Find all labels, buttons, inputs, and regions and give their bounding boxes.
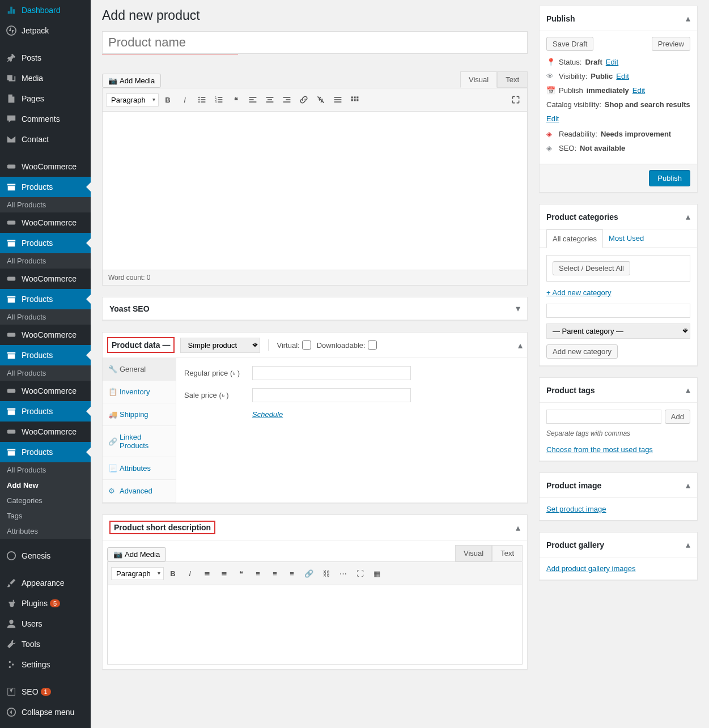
align-right-icon[interactable]: ≡ — [284, 565, 300, 581]
edit-status-link[interactable]: Edit — [606, 58, 618, 66]
sidebar-users[interactable]: Users — [0, 614, 91, 634]
set-product-image-link[interactable]: Set product image — [546, 505, 606, 513]
fullscreen-icon[interactable]: ⛶ — [352, 565, 368, 581]
link-icon[interactable]: 🔗 — [301, 565, 317, 581]
unlink-icon[interactable]: ⛓ — [318, 565, 334, 581]
bold-icon[interactable]: B — [160, 92, 176, 108]
sidebar-pages[interactable]: Pages — [0, 88, 91, 109]
text-tab-2[interactable]: Text — [492, 545, 523, 561]
virtual-checkbox[interactable] — [302, 340, 311, 350]
quote-icon[interactable]: ❝ — [233, 565, 249, 581]
sidebar-collapse[interactable]: Collapse menu — [0, 702, 91, 722]
select-deselect-button[interactable]: Select / Deselect All — [553, 261, 630, 275]
align-left-icon[interactable] — [245, 92, 261, 108]
sidebar-posts[interactable]: Posts — [0, 48, 91, 68]
save-draft-button[interactable]: Save Draft — [546, 37, 593, 51]
sidebar-comments[interactable]: Comments — [0, 109, 91, 129]
short-desc-content[interactable] — [107, 585, 523, 665]
product-gallery-header[interactable]: Product gallery▴ — [540, 533, 697, 557]
choose-tags-link[interactable]: Choose from the most used tags — [546, 445, 690, 454]
product-type-select[interactable]: Simple product — [180, 338, 260, 353]
sidebar-plugins[interactable]: Plugins5 — [0, 593, 91, 614]
ol-icon[interactable]: ≣ — [216, 565, 232, 581]
sub-all-products-1[interactable]: All Products — [0, 197, 91, 212]
sub-all-products-3[interactable]: All Products — [0, 309, 91, 325]
add-tag-button[interactable]: Add — [665, 410, 690, 424]
downloadable-option[interactable]: Downloadable: — [317, 340, 377, 350]
editor-content[interactable] — [102, 112, 528, 270]
sidebar-jetpack[interactable]: Jetpack — [0, 20, 91, 41]
yoast-panel-header[interactable]: Yoast SEO ▾ — [103, 297, 527, 320]
sub-all-products-2[interactable]: All Products — [0, 253, 91, 269]
text-tab[interactable]: Text — [497, 71, 528, 88]
more-icon[interactable]: ⋯ — [335, 565, 351, 581]
tab-general[interactable]: 🔧General — [103, 358, 176, 381]
add-media-button-2[interactable]: 📷Add Media — [107, 547, 166, 561]
downloadable-checkbox[interactable] — [368, 340, 377, 350]
sidebar-woocommerce-3[interactable]: WooCommerce — [0, 269, 91, 289]
tab-linked[interactable]: 🔗Linked Products — [103, 426, 176, 457]
sub-tags[interactable]: Tags — [0, 508, 91, 523]
italic-icon[interactable]: I — [177, 92, 193, 108]
short-desc-header[interactable]: Product short description ▴ — [103, 515, 527, 540]
align-center-icon[interactable]: ≡ — [267, 565, 283, 581]
edit-visibility-link[interactable]: Edit — [616, 72, 629, 80]
sidebar-woocommerce-5[interactable]: WooCommerce — [0, 381, 91, 401]
align-right-icon[interactable] — [279, 92, 295, 108]
categories-header[interactable]: Product categories▴ — [540, 205, 697, 229]
sub-add-new[interactable]: Add New — [0, 478, 91, 493]
product-image-header[interactable]: Product image▴ — [540, 473, 697, 498]
sidebar-products-5[interactable]: Products — [0, 401, 91, 422]
regular-price-input[interactable] — [252, 366, 411, 380]
add-media-button[interactable]: 📷Add Media — [102, 74, 161, 88]
ol-icon[interactable]: 123 — [211, 92, 227, 108]
cat-tab-most-used[interactable]: Most Used — [603, 229, 649, 248]
sidebar-genesis[interactable]: Genesis — [0, 546, 91, 566]
italic-icon[interactable]: I — [182, 565, 198, 581]
align-left-icon[interactable]: ≡ — [250, 565, 266, 581]
tags-input[interactable] — [546, 410, 661, 424]
format-select-2[interactable]: Paragraph — [111, 567, 164, 580]
sidebar-products-3[interactable]: Products — [0, 289, 91, 309]
add-new-category-toggle[interactable]: + Add new category — [546, 288, 690, 297]
tab-shipping[interactable]: 🚚Shipping — [103, 403, 176, 426]
product-name-input[interactable] — [102, 31, 528, 54]
cat-tab-all[interactable]: All categories — [546, 229, 603, 248]
sub-all-products-6[interactable]: All Products — [0, 462, 91, 478]
toolbar-toggle-icon[interactable]: ▦ — [369, 565, 385, 581]
add-category-button[interactable]: Add new category — [546, 344, 618, 359]
sidebar-woocommerce-6[interactable]: WooCommerce — [0, 422, 91, 442]
publish-header[interactable]: Publish▴ — [540, 6, 697, 31]
ul-icon[interactable] — [194, 92, 210, 108]
sidebar-dashboard[interactable]: Dashboard — [0, 0, 91, 20]
edit-catalog-link[interactable]: Edit — [546, 114, 559, 123]
visual-tab[interactable]: Visual — [460, 71, 497, 88]
sidebar-products-2[interactable]: Products — [0, 233, 91, 253]
sidebar-products-1[interactable]: Products — [0, 177, 91, 197]
ul-icon[interactable]: ≣ — [199, 565, 215, 581]
link-icon[interactable] — [296, 92, 312, 108]
sidebar-products-6[interactable]: Products — [0, 442, 91, 462]
quote-icon[interactable]: ❝ — [228, 92, 244, 108]
chevron-up-icon[interactable]: ▴ — [518, 340, 523, 351]
sidebar-woocommerce-1[interactable]: WooCommerce — [0, 156, 91, 177]
sidebar-seo[interactable]: SEO1 — [0, 682, 91, 702]
parent-category-select[interactable]: — Parent category — — [546, 323, 690, 339]
new-category-input[interactable] — [546, 304, 690, 318]
sidebar-appearance[interactable]: Appearance — [0, 573, 91, 593]
virtual-option[interactable]: Virtual: — [277, 340, 311, 350]
edit-date-link[interactable]: Edit — [632, 86, 645, 95]
sidebar-tools[interactable]: Tools — [0, 634, 91, 654]
sale-price-input[interactable] — [252, 388, 411, 402]
visual-tab-2[interactable]: Visual — [455, 545, 492, 561]
sidebar-settings[interactable]: Settings — [0, 654, 91, 675]
sidebar-woocommerce-4[interactable]: WooCommerce — [0, 325, 91, 345]
format-select[interactable]: Paragraph — [106, 93, 159, 107]
sidebar-contact[interactable]: Contact — [0, 129, 91, 150]
sidebar-woocommerce-2[interactable]: WooCommerce — [0, 212, 91, 233]
bold-icon[interactable]: B — [165, 565, 181, 581]
tab-advanced[interactable]: ⚙Advanced — [103, 480, 176, 503]
sidebar-media[interactable]: Media — [0, 68, 91, 88]
publish-button[interactable]: Publish — [649, 170, 690, 186]
more-icon[interactable] — [330, 92, 346, 108]
